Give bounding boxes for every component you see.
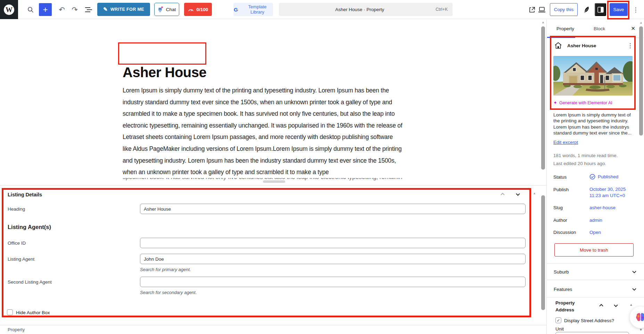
listing-details-metabox: Listing Details Heading Listing Agent(s)… — [0, 187, 540, 325]
copy-this-button[interactable]: Copy this — [550, 3, 578, 16]
chevron-down-icon — [631, 269, 637, 275]
panel-right-icon — [597, 7, 604, 13]
slug-value[interactable]: asher-house — [589, 205, 616, 210]
settings-sidebar-toggle[interactable] — [595, 3, 606, 16]
metabox-scroll-up-arrow[interactable]: ▲ — [533, 192, 536, 195]
post-card-kebab-icon[interactable]: ⋮ — [626, 41, 634, 50]
add-block-button[interactable]: + — [39, 3, 52, 16]
primary-agent-help: Search for primary agent. — [140, 267, 191, 272]
last-edited-text: Last edited 20 hours ago. — [553, 161, 606, 166]
wordpress-editor: W + ↶ ↷ ✎ WRITE FOR ME Chat — [0, 0, 644, 334]
discussion-value[interactable]: Open — [589, 230, 601, 235]
list-view-icon[interactable] — [83, 5, 94, 15]
close-sidebar-icon[interactable]: ✕ — [631, 25, 635, 32]
unit-input[interactable] — [555, 332, 629, 334]
sidebar-scroll-up-arrow[interactable]: ▲ — [639, 21, 643, 24]
display-street-address-checkbox[interactable]: ✓ — [555, 317, 561, 323]
feather-ai-icon[interactable] — [582, 5, 591, 14]
content-scrollbar[interactable] — [541, 26, 545, 170]
active-tab-underline — [547, 37, 575, 38]
seo-score-button[interactable]: 0/100 — [184, 3, 212, 16]
check-icon: ✓ — [556, 318, 560, 323]
post-title[interactable]: Asher House — [123, 65, 206, 80]
template-library-button[interactable]: G Template Library — [233, 3, 273, 16]
command-shortcut: Ctrl+K — [436, 7, 448, 12]
chat-button[interactable]: Chat — [154, 3, 179, 16]
heading-label: Heading — [8, 206, 25, 212]
pane-resize-handle[interactable] — [263, 180, 285, 183]
command-center-bar[interactable]: Asher House · Property Ctrl+K — [279, 3, 453, 16]
chevron-down-icon — [631, 286, 637, 292]
options-kebab-icon[interactable]: ⋮ — [631, 5, 640, 14]
sidebar-tabs: Property Block ✕ — [547, 19, 644, 38]
ai-sparkle-icon: ✦ — [553, 100, 557, 105]
sidebar-scroll-down-arrow[interactable]: ▼ — [639, 328, 643, 332]
tab-block[interactable]: Block — [589, 19, 610, 38]
view-post-external-link-icon[interactable] — [527, 6, 536, 14]
hide-author-box-label: Hide Author Box — [16, 310, 50, 315]
generate-with-ai-link[interactable]: ✦ Generate with Elementor AI — [553, 100, 612, 105]
discussion-label: Discussion — [553, 230, 576, 235]
publish-value[interactable]: October 30, 2025 11:23 am UTC+0 — [589, 186, 626, 199]
command-center-title: Asher House · Property — [284, 7, 436, 12]
brain-icon — [635, 312, 644, 323]
display-street-address-label: Display Street Address? — [564, 318, 614, 323]
write-for-me-button[interactable]: ✎ WRITE FOR ME — [97, 3, 150, 16]
sidebar-scrollbar[interactable] — [639, 26, 643, 136]
search-icon[interactable] — [26, 5, 35, 15]
content-scroll-up-arrow[interactable]: ▲ — [542, 21, 545, 24]
footer-post-type[interactable]: Property — [8, 327, 25, 332]
slug-label: Slug — [553, 205, 563, 210]
word-count-text: 181 words, 1 minute read time. — [553, 153, 618, 158]
published-check-icon — [589, 174, 595, 180]
editor-canvas: Asher House Lorem Ipsum is simply dummy … — [0, 19, 546, 185]
clipped-text-line: specimen book. It has survived not only … — [123, 178, 403, 180]
footer-breadcrumb: Property — [0, 325, 546, 334]
panel-suburb[interactable]: Suburb — [547, 264, 644, 280]
metabox-title: Listing Details — [8, 192, 42, 197]
hide-author-box-checkbox[interactable] — [7, 309, 13, 315]
author-label: Author — [553, 218, 567, 223]
second-listing-agent-input[interactable] — [140, 277, 526, 287]
wordpress-logo-icon: W — [3, 4, 15, 16]
panel-features[interactable]: Features — [547, 281, 644, 297]
second-listing-agent-label: Second Listing Agent — [8, 279, 52, 285]
panel-move-down-icon[interactable] — [612, 302, 620, 309]
wordpress-menu-button[interactable]: W — [0, 0, 18, 19]
top-toolbar: W + ↶ ↷ ✎ WRITE FOR ME Chat — [0, 0, 644, 19]
heading-input[interactable] — [140, 204, 526, 214]
tab-property[interactable]: Property — [552, 19, 579, 38]
status-label: Status — [553, 174, 567, 180]
gauge-icon — [188, 7, 194, 12]
post-paragraph[interactable]: Lorem Ipsum is simply dummy text of the … — [123, 85, 403, 178]
save-button[interactable]: Save — [610, 3, 628, 16]
chat-bot-icon — [158, 6, 163, 13]
panel-move-up-icon[interactable] — [597, 302, 605, 309]
template-library-g-icon: G — [233, 7, 239, 13]
pencil-icon: ✎ — [103, 6, 108, 13]
secondary-agent-help: Search for secondary agent. — [140, 290, 197, 295]
property-address-title: Property Address — [555, 300, 575, 313]
publish-label: Publish — [553, 187, 569, 192]
office-id-input[interactable] — [140, 238, 526, 248]
panel-scroll-up-arrow[interactable]: ▲ — [629, 303, 633, 307]
listing-agent-label: Listing Agent — [8, 256, 34, 262]
featured-image[interactable] — [553, 56, 633, 96]
edit-excerpt-link[interactable]: Edit excerpt — [553, 140, 578, 145]
metabox-scrollbar[interactable] — [541, 195, 545, 310]
listing-agent-input[interactable] — [140, 254, 526, 264]
sidebar-divider — [547, 297, 644, 298]
preview-device-icon[interactable] — [537, 6, 547, 14]
svg-text:W: W — [6, 6, 13, 14]
svg-text:G: G — [234, 7, 238, 13]
redo-icon[interactable]: ↷ — [69, 5, 80, 15]
sidebar-post-title: Asher House — [567, 43, 596, 48]
office-id-label: Office ID — [8, 241, 26, 246]
metabox-collapse-down-icon[interactable] — [514, 190, 522, 198]
pane-divider — [0, 185, 546, 186]
author-value[interactable]: admin — [589, 218, 602, 223]
metabox-collapse-up-icon[interactable] — [499, 190, 506, 198]
status-value[interactable]: Published — [589, 174, 618, 180]
move-to-trash-button[interactable]: Move to trash — [554, 243, 634, 256]
undo-icon[interactable]: ↶ — [57, 5, 67, 15]
